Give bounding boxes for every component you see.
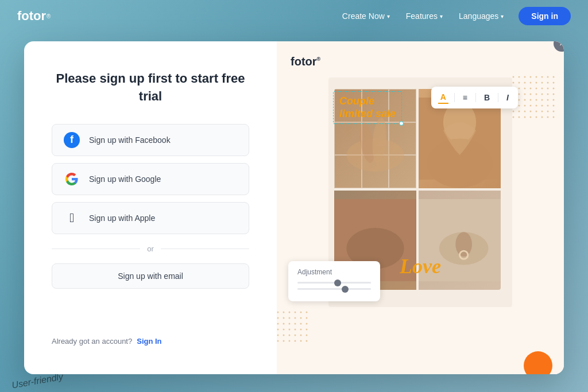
signin-button[interactable]: Sign in [519,7,571,25]
nav-link-features[interactable]: Features ▾ [400,8,448,24]
features-label: Features [406,11,438,21]
collage-container: Couple limited sale A ≡ B I [328,77,512,307]
right-logo: fotor® [291,55,550,68]
collage-line1: Couple [339,95,374,107]
slider-track-1 [297,282,371,284]
signin-link[interactable]: Sign In [137,337,161,346]
slider-thumb-1[interactable] [334,280,341,286]
already-text: Already got an account? [52,337,132,346]
signup-heading: Please sign up first to start free trial [52,70,249,106]
google-icon [64,171,80,187]
slider-thumb-2[interactable] [342,286,349,293]
chevron-down-icon: ▾ [501,13,504,20]
toolbar-sep1 [454,93,455,102]
logo-sup: ® [47,13,51,20]
chevron-down-icon: ▾ [387,13,390,20]
nav-links: Create Now ▾ Features ▾ Languages ▾ [336,8,509,24]
apple-signup-button[interactable]:  Sign up with Apple [52,202,249,234]
create-now-label: Create Now [342,11,385,21]
apple-icon:  [64,210,80,226]
modal: × Please sign up first to start free tri… [24,41,564,374]
adjustment-label: Adjustment [297,268,371,276]
apple-btn-label: Sign up with Apple [89,214,155,223]
nav-link-create[interactable]: Create Now ▾ [336,8,396,24]
collage-text-box[interactable]: Couple limited sale [333,91,402,124]
left-panel: Please sign up first to start free trial… [24,41,277,374]
modal-overlay: × Please sign up first to start free tri… [0,32,588,392]
right-logo-text: fotor [291,55,317,68]
divider-text: or [147,244,154,253]
slider-1[interactable] [297,282,371,284]
divider: or [52,244,249,253]
collage-text-content: Couple limited sale [339,95,396,120]
nav-link-languages[interactable]: Languages ▾ [453,8,509,24]
facebook-btn-label: Sign up with Facebook [89,135,171,145]
toolbar-sep2 [475,93,476,102]
toolbar-sep3 [498,93,498,102]
facebook-signup-button[interactable]: f Sign up with Facebook [52,124,249,156]
toolbar-a[interactable]: A [438,91,448,104]
email-signup-button[interactable]: Sign up with email [52,263,249,289]
bottom-signin-row: Already got an account? Sign In [52,314,249,346]
chevron-down-icon: ▾ [440,13,443,20]
google-btn-label: Sign up with Google [89,174,161,184]
text-toolbar: A ≡ B I [431,87,518,108]
toolbar-italic[interactable]: I [504,92,511,103]
right-logo-sup: ® [317,56,321,62]
slider-track-2 [297,288,371,290]
languages-label: Languages [459,11,498,21]
facebook-icon: f [64,132,80,148]
logo-text: fotor [17,9,46,24]
toolbar-bold[interactable]: B [482,92,492,103]
collage-area: Couple limited sale A ≡ B I [291,77,550,360]
svg-point-12 [455,232,472,257]
apple-logo:  [69,211,74,226]
slider-2[interactable] [297,288,371,290]
adjustment-panel: Adjustment [288,261,380,301]
right-panel: fotor® Couple limited sale [277,41,564,374]
auth-buttons: f Sign up with Facebook Sign up w [52,124,249,289]
navbar: fotor® Create Now ▾ Features ▾ Languages… [0,0,588,32]
nav-logo: fotor® [17,9,51,24]
collage-line2: limited sale [339,108,396,119]
toolbar-lines[interactable]: ≡ [461,92,470,103]
facebook-logo: f [64,132,80,148]
google-signup-button[interactable]: Sign up with Google [52,163,249,195]
love-script: Love [400,254,441,278]
